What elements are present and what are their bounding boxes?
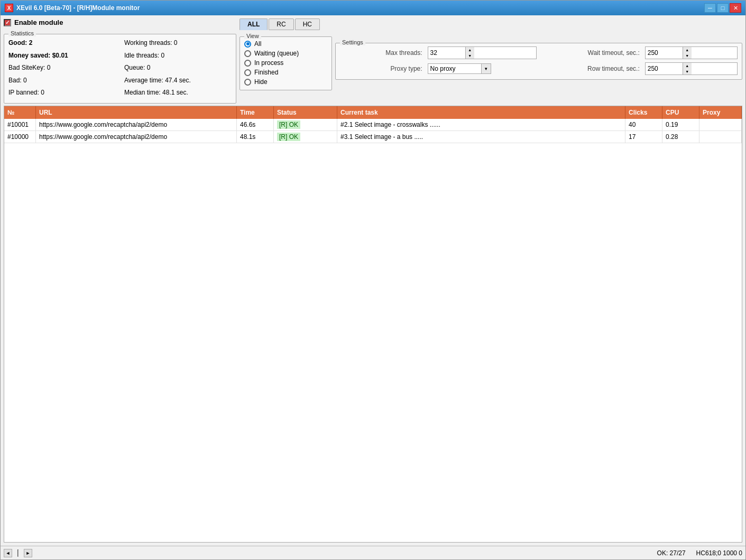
close-button[interactable]: ✕	[730, 3, 741, 13]
td-proxy-0	[699, 119, 742, 130]
radio-waiting[interactable]	[244, 50, 251, 57]
td-clicks-1: 17	[625, 131, 662, 143]
radio-hide-label: Hide	[254, 78, 268, 86]
td-time-0: 46.6s	[237, 119, 274, 130]
max-threads-spinners: ▲ ▼	[465, 47, 474, 59]
col-task: Current task	[337, 106, 625, 119]
col-time: Time	[237, 106, 274, 119]
view-option-waiting[interactable]: Waiting (queue)	[244, 50, 327, 57]
wait-timeout-label: Wait timeout, sec.:	[542, 49, 640, 57]
view-options: All Waiting (queue) In process Fini	[244, 40, 327, 86]
settings-title: Settings	[340, 39, 365, 45]
enable-module-checkbox[interactable]	[4, 19, 11, 26]
stat-good: Good: 2	[8, 38, 116, 49]
table-header: № URL Time Status Current task Clicks CP…	[4, 106, 742, 119]
row-timeout-spinners: ▲ ▼	[683, 63, 692, 74]
proxy-type-select-wrap: No proxy ▼	[428, 63, 491, 74]
radio-all-label: All	[254, 40, 261, 48]
stat-average-time: Average time: 47.4 sec.	[124, 75, 232, 87]
statistics-title: Statistics	[8, 30, 36, 36]
settings-grid: Max threads: ▲ ▼ Wait timeout, sec.:	[340, 46, 738, 75]
col-proxy: Proxy	[699, 106, 742, 119]
stat-money-saved-label: Money saved: $0.01	[8, 50, 68, 62]
status-ok-badge-1: [R] OK	[277, 133, 300, 141]
col-cpu: CPU	[662, 106, 699, 119]
bottom-right: OK: 27/27 HC618;0 1000 0	[657, 549, 742, 557]
stat-ip-banned: IP banned: 0	[8, 87, 116, 99]
settings-group: Settings Max threads: ▲ ▼ Wait timeout, …	[335, 43, 742, 80]
main-window: X XEvil 6.0 [Beta-70] - [R/H]Module moni…	[0, 0, 746, 560]
main-table-area: № URL Time Status Current task Clicks CP…	[4, 106, 742, 543]
table-row[interactable]: #10001 https://www.google.com/recaptcha/…	[4, 119, 742, 131]
col-clicks: Clicks	[625, 106, 662, 119]
radio-all[interactable]	[244, 41, 251, 48]
view-option-finished[interactable]: Finished	[244, 69, 327, 76]
view-title: View	[244, 33, 261, 39]
row-timeout-input[interactable]	[646, 63, 683, 74]
minimize-button[interactable]: ─	[704, 3, 716, 13]
tab-all[interactable]: ALL	[240, 18, 268, 30]
title-bar: X XEvil 6.0 [Beta-70] - [R/H]Module moni…	[1, 1, 745, 15]
hc-status: HC618;0 1000 0	[696, 549, 742, 557]
td-clicks-0: 40	[625, 119, 662, 130]
stat-queue: Queue: 0	[124, 62, 232, 74]
tab-rc[interactable]: RC	[269, 18, 293, 30]
td-proxy-1	[699, 131, 742, 143]
horizontal-scrollbar[interactable]	[17, 549, 19, 557]
view-option-hide[interactable]: Hide	[244, 78, 327, 86]
td-cpu-0: 0.19	[662, 119, 699, 130]
status-ok-badge-0: [R] OK	[277, 120, 300, 129]
ok-status: OK: 27/27	[657, 549, 686, 557]
td-task-0: #2.1 Select image - crosswalks ......	[337, 119, 625, 130]
statistics-group: Statistics Good: 2 Working threads: 0 Mo…	[4, 34, 236, 104]
stat-working-threads-label: Working threads: 0	[124, 38, 178, 49]
view-option-inprocess[interactable]: In process	[244, 59, 327, 67]
wait-timeout-down[interactable]: ▼	[683, 53, 692, 59]
radio-inprocess[interactable]	[244, 60, 251, 67]
max-threads-label: Max threads:	[340, 49, 422, 57]
wait-timeout-input[interactable]	[646, 47, 683, 59]
stat-bad-sitekey: Bad SiteKey: 0	[8, 62, 116, 74]
stat-idle-threads: Idle threads: 0	[124, 50, 232, 62]
max-threads-up[interactable]: ▲	[466, 47, 474, 53]
radio-inprocess-label: In process	[254, 59, 283, 67]
stat-money-saved: Money saved: $0.01	[8, 50, 116, 62]
stat-average-time-label: Average time: 47.4 sec.	[124, 75, 191, 87]
table-body: #10001 https://www.google.com/recaptcha/…	[4, 119, 742, 542]
td-url-0: https://www.google.com/recaptcha/api2/de…	[36, 119, 237, 130]
scroll-right-btn[interactable]: ►	[24, 549, 32, 557]
proxy-type-arrow[interactable]: ▼	[481, 64, 491, 73]
col-status: Status	[274, 106, 337, 119]
row-timeout-down[interactable]: ▼	[683, 69, 692, 74]
stat-median-time: Median time: 48.1 sec.	[124, 87, 232, 99]
td-no-0: #10001	[4, 119, 36, 130]
col-no: №	[4, 106, 36, 119]
maximize-button[interactable]: □	[717, 3, 729, 13]
stat-good-label: Good: 2	[8, 38, 32, 49]
tab-hc[interactable]: HC	[295, 18, 320, 30]
window-title: XEvil 6.0 [Beta-70] - [R/H]Module monito…	[16, 4, 140, 12]
stat-ip-banned-label: IP banned: 0	[8, 87, 44, 99]
radio-finished[interactable]	[244, 69, 251, 76]
td-cpu-1: 0.28	[662, 131, 699, 143]
view-option-all[interactable]: All	[244, 40, 327, 48]
settings-outer: Settings Max threads: ▲ ▼ Wait timeout, …	[335, 39, 742, 104]
app-icon: X	[5, 4, 13, 12]
radio-finished-label: Finished	[254, 69, 278, 76]
proxy-type-label: Proxy type:	[340, 65, 422, 72]
stat-median-time-label: Median time: 48.1 sec.	[124, 87, 188, 99]
wait-timeout-up[interactable]: ▲	[683, 47, 692, 53]
scroll-left-btn[interactable]: ◄	[4, 549, 12, 557]
wait-timeout-spinners: ▲ ▼	[683, 47, 692, 59]
row-timeout-up[interactable]: ▲	[683, 63, 692, 69]
radio-waiting-label: Waiting (queue)	[254, 50, 299, 57]
enable-module-label: Enable module	[14, 18, 63, 26]
max-threads-down[interactable]: ▼	[466, 53, 474, 59]
table-row[interactable]: #10000 https://www.google.com/recaptcha/…	[4, 131, 742, 143]
enable-module-panel: Enable module Statistics Good: 2 Working…	[4, 18, 236, 104]
radio-hide[interactable]	[244, 79, 251, 86]
stat-queue-label: Queue: 0	[124, 62, 150, 74]
td-status-1: [R] OK	[274, 131, 337, 143]
max-threads-input[interactable]	[428, 47, 465, 59]
td-url-1: https://www.google.com/recaptcha/api2/de…	[36, 131, 237, 143]
